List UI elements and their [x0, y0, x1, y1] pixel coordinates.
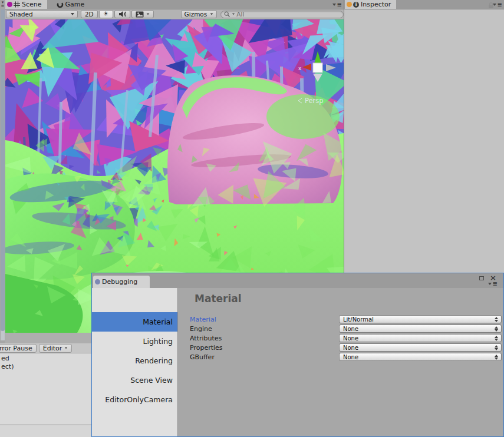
debugging-main: Material Material Lit/Normal Engine None	[178, 288, 503, 436]
gizmos-label: Gizmos	[185, 11, 207, 18]
orientation-gizmo[interactable]: x Persp	[282, 25, 344, 105]
gizmos-dropdown[interactable]: Gizmos	[181, 10, 218, 18]
chevron-down-icon	[332, 4, 336, 6]
panel-menu-icon[interactable]: ▾≡	[0, 1, 5, 8]
popup-arrows-icon	[495, 355, 499, 360]
sidebar-item-scene-view[interactable]: Scene View	[92, 370, 177, 390]
scrollbar-thumb[interactable]	[1, 9, 5, 331]
gizmo-right-cone[interactable]	[326, 64, 336, 71]
page-title: Material	[195, 293, 242, 304]
debugging-tab-dot-icon	[95, 279, 100, 284]
gizmo-x-label: x	[298, 65, 302, 71]
scene-panel-menu-icon[interactable]: ≡	[332, 2, 342, 7]
popup-arrows-icon	[495, 326, 499, 332]
material-select[interactable]: Lit/Normal	[339, 315, 502, 323]
scene-grid-icon	[14, 1, 20, 8]
2d-toggle[interactable]: 2D	[81, 10, 98, 18]
image-icon	[136, 11, 144, 18]
search-value: All	[236, 11, 244, 18]
scene-tab-dot-icon	[7, 2, 12, 7]
editor-label: Editor	[43, 345, 62, 352]
speaker-icon	[118, 11, 126, 18]
select-value: None	[343, 354, 358, 360]
game-icon	[57, 1, 64, 8]
scene-effects-toggle[interactable]	[131, 10, 154, 18]
field-label: GBuffer	[190, 353, 215, 361]
field-label: Attributes	[190, 335, 222, 342]
sidebar-item-rendering[interactable]: Rendering	[92, 351, 177, 370]
tab-game[interactable]: Game	[55, 0, 90, 9]
field-label: Engine	[190, 325, 212, 333]
debugging-window: Debugging × ≡ Material Lighting Renderin…	[91, 273, 504, 437]
gizmo-x-axis-cone[interactable]	[302, 64, 311, 71]
debugging-sidebar: Material Lighting Rendering Scene View E…	[92, 288, 178, 436]
2d-toggle-label: 2D	[85, 11, 94, 18]
menu-bars-icon: ≡	[493, 282, 498, 286]
search-icon	[224, 11, 230, 18]
gizmo-center-cube[interactable]	[313, 63, 322, 72]
persp-label[interactable]: Persp	[305, 97, 324, 105]
sun-icon: ☀	[103, 11, 109, 17]
gbuffer-select[interactable]: None	[339, 353, 502, 361]
sidebar-item-editoronlycamera[interactable]: EditorOnlyCamera	[92, 390, 177, 409]
scene-search-field[interactable]: All	[220, 11, 344, 18]
sidebar-item-label: EditorOnlyCamera	[105, 395, 173, 404]
menu-bars-icon: ≡	[498, 2, 502, 7]
engine-select[interactable]: None	[339, 325, 502, 333]
debugging-panel-menu-icon[interactable]: ≡	[488, 282, 498, 286]
shading-mode-label: Shaded	[9, 11, 33, 18]
sidebar-item-lighting[interactable]: Lighting	[92, 332, 177, 351]
scene-audio-toggle[interactable]	[114, 10, 130, 18]
console-log-line[interactable]: ect)	[1, 363, 14, 371]
popup-arrows-icon	[495, 317, 499, 322]
sidebar-item-material[interactable]: Material	[92, 312, 177, 332]
field-row-material: Material Lit/Normal	[178, 314, 503, 324]
tab-scene-label: Scene	[22, 1, 42, 8]
select-value: None	[343, 326, 358, 332]
properties-select[interactable]: None	[339, 343, 502, 352]
persp-toggle-icon[interactable]	[298, 98, 302, 103]
chevron-down-icon	[65, 347, 68, 349]
console-log-line[interactable]: ed	[1, 355, 14, 363]
chevron-down-icon	[488, 283, 492, 285]
field-row-engine: Engine None	[178, 324, 503, 333]
error-pause-toggle[interactable]: rror Pause	[0, 344, 37, 353]
editor-dropdown[interactable]: Editor	[39, 344, 73, 353]
field-row-gbuffer: GBuffer None	[178, 352, 503, 362]
tab-inspector[interactable]: i Inspector	[345, 0, 396, 9]
scene-lighting-toggle[interactable]: ☀	[99, 10, 113, 18]
unity-editor: ▾≡ Scene Game ≡	[0, 0, 504, 437]
field-label: Properties	[190, 344, 223, 352]
sidebar-item-label: Scene View	[130, 376, 173, 385]
debugging-tabbar: Debugging × ≡	[92, 273, 503, 288]
chevron-down-icon	[146, 13, 149, 15]
error-pause-label: rror Pause	[0, 345, 32, 352]
debugging-body: Material Lighting Rendering Scene View E…	[92, 288, 503, 436]
scene-toolbar: Shaded 2D ☀	[5, 9, 344, 19]
chevron-down-icon	[232, 14, 235, 15]
inspector-panel-menu-icon[interactable]: ≡	[493, 2, 502, 7]
chevron-down-icon	[71, 13, 74, 15]
maximize-icon[interactable]	[479, 276, 484, 280]
select-value: Lit/Normal	[343, 316, 374, 323]
field-label: Material	[190, 316, 216, 323]
chevron-down-icon	[493, 4, 496, 6]
gizmo-down-cone[interactable]	[313, 74, 322, 82]
sidebar-item-label: Rendering	[135, 356, 173, 365]
inspector-tab-dot-icon	[347, 2, 352, 7]
field-row-attributes: Attributes None	[178, 333, 503, 343]
info-icon: i	[353, 2, 359, 8]
chevron-down-icon	[210, 13, 213, 15]
tab-game-label: Game	[65, 1, 85, 8]
scene-tabbar: Scene Game ≡	[5, 0, 344, 9]
tab-inspector-label: Inspector	[361, 1, 391, 8]
select-value: None	[343, 335, 358, 342]
tab-debugging[interactable]: Debugging	[93, 276, 150, 288]
tab-scene[interactable]: Scene	[5, 0, 47, 9]
left-panel-sliver: ▾≡	[0, 0, 5, 343]
console-log-list[interactable]: ed ect)	[1, 355, 14, 370]
tab-debugging-label: Debugging	[102, 278, 137, 286]
shading-mode-dropdown[interactable]: Shaded	[6, 10, 78, 18]
field-row-properties: Properties None	[178, 343, 503, 352]
attributes-select[interactable]: None	[339, 334, 502, 342]
